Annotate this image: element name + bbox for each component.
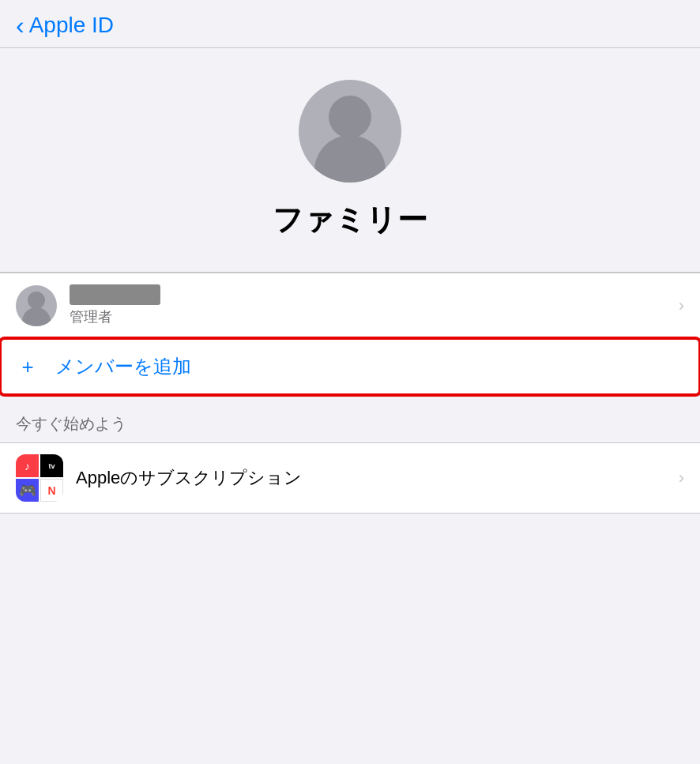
member-name [70, 284, 672, 305]
section-label: 今すぐ始めよう [0, 396, 700, 442]
avatar-body [314, 135, 386, 183]
subscriptions-section: ♪ tv 🎮 N Appleのサブスクリプション › [0, 442, 700, 514]
tv-app-icon: tv [40, 454, 63, 477]
avatar-person-shape [299, 80, 401, 183]
member-list-item[interactable]: 管理者 › [0, 273, 700, 338]
member-avatar-body [22, 307, 51, 326]
subscriptions-chevron-right-icon: › [679, 468, 684, 488]
hero-section: ファミリー [0, 48, 700, 273]
chevron-right-icon: › [679, 295, 684, 316]
add-member-button[interactable]: + メンバーを追加 [0, 338, 700, 395]
back-button[interactable]: ‹ Apple ID [16, 13, 114, 38]
member-avatar-head [28, 292, 45, 309]
arcade-app-icon: 🎮 [16, 479, 39, 502]
music-app-icon: ♪ [16, 454, 39, 477]
member-avatar [16, 285, 57, 326]
subscriptions-label: Appleのサブスクリプション [76, 466, 672, 490]
add-member-label: メンバーを追加 [55, 354, 191, 379]
family-avatar [299, 80, 401, 183]
family-title: ファミリー [273, 200, 428, 240]
app-icons-grid: ♪ tv 🎮 N [16, 454, 63, 502]
member-list-section: 管理者 › + メンバーを追加 [0, 273, 700, 396]
plus-icon: + [16, 355, 40, 379]
member-info: 管理者 [70, 284, 672, 326]
subscriptions-item[interactable]: ♪ tv 🎮 N Appleのサブスクリプション › [0, 443, 700, 513]
member-role: 管理者 [70, 307, 672, 326]
chevron-left-icon: ‹ [16, 13, 24, 38]
header: ‹ Apple ID [0, 0, 700, 48]
avatar-head [329, 96, 371, 138]
news-app-icon: N [40, 479, 63, 502]
member-name-blurred [70, 284, 160, 305]
back-label: Apple ID [29, 13, 114, 38]
